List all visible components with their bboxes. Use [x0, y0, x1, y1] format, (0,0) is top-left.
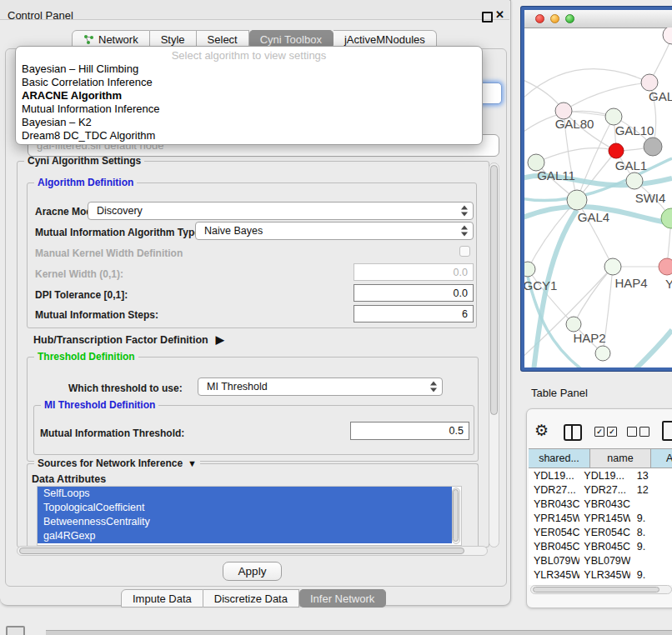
dropdown-options: Bayesian – Hill ClimbingBasic Correlatio…: [16, 62, 482, 142]
dpi-tolerance-field[interactable]: 0.0: [354, 284, 474, 302]
table-cell: YER054C: [579, 527, 629, 538]
zoom-traffic-light[interactable]: [565, 14, 574, 23]
checked-checkbox-icon[interactable]: ✓: [594, 427, 604, 437]
close-traffic-light[interactable]: [535, 14, 544, 23]
which-threshold-combo[interactable]: MI Threshold: [198, 378, 443, 396]
table-row[interactable]: YBL079WYBL079W: [529, 553, 672, 568]
mi-threshold-group-title: MI Threshold Definition: [41, 399, 158, 411]
network-node-label: HAP4: [614, 276, 647, 290]
algorithm-option[interactable]: ARACNE Algorithm: [16, 89, 482, 102]
hub-definition-toggle[interactable]: Hub/Transcription Factor Definition▶: [33, 333, 224, 346]
network-node-gal10[interactable]: [605, 108, 622, 125]
attribute-list-scrollbar-thumb[interactable]: [453, 489, 459, 542]
mi-algorithm-type-label: Mutual Information Algorithm Type:: [35, 227, 203, 238]
manual-kernel-width-checkbox[interactable]: [459, 246, 470, 257]
algorithm-option[interactable]: Mutual Information Inference: [16, 102, 482, 116]
network-edge[interactable]: [564, 82, 649, 111]
network-node[interactable]: [661, 208, 672, 228]
kernel-width-field[interactable]: 0.0: [354, 263, 474, 281]
network-node-gcy1[interactable]: [524, 262, 535, 277]
table-cell: YBR043C: [529, 498, 579, 510]
table-cell: YDR27...: [579, 484, 629, 496]
network-node-gal[interactable]: [641, 74, 658, 91]
data-attributes-list[interactable]: SelfLoopsTopologicalCoefficientBetweenne…: [37, 486, 462, 546]
minimize-traffic-light[interactable]: [550, 14, 559, 23]
mi-steps-field[interactable]: 6: [354, 305, 474, 322]
network-node-y[interactable]: [659, 258, 672, 275]
apply-button[interactable]: Apply: [223, 562, 282, 581]
network-node-gal1[interactable]: [609, 143, 624, 158]
network-node-label: GAL80: [555, 117, 594, 131]
kernel-width-label: Kernel Width (0,1):: [35, 268, 123, 280]
algorithm-option[interactable]: Basic Correlation Inference: [16, 76, 482, 89]
control-panel-title: Control Panel: [8, 9, 73, 22]
network-node-label: GAL10: [615, 123, 654, 138]
network-node[interactable]: [595, 346, 610, 361]
network-node-label: GAL1: [615, 158, 647, 172]
data-attribute-item-selected[interactable]: gal4RGexp: [38, 529, 452, 543]
collapse-down-icon: ▼: [188, 458, 197, 468]
page-icon[interactable]: [662, 421, 672, 441]
table-row[interactable]: YER054CYER054C8.: [529, 525, 672, 539]
table-row[interactable]: YBR043CYBR043C: [529, 497, 672, 511]
table-cell: 13: [630, 470, 672, 482]
settings-vscrollbar-thumb[interactable]: [490, 165, 498, 415]
network-edge-thick[interactable]: [634, 330, 672, 368]
table-cell: YDL19...: [579, 470, 629, 482]
settings-hscrollbar-thumb[interactable]: [19, 548, 464, 554]
table-row[interactable]: YBR045CYBR045C9.: [529, 539, 672, 553]
network-edge[interactable]: [524, 69, 649, 100]
aracne-mode-combo[interactable]: Discovery: [88, 202, 474, 220]
network-node-label: GCY1: [524, 278, 557, 292]
table-row[interactable]: YPR145WYPR145W9.: [529, 511, 672, 525]
tab-discretize-data[interactable]: Discretize Data: [203, 589, 299, 608]
network-edge[interactable]: [574, 267, 613, 324]
unchecked-checkbox-icon[interactable]: [639, 427, 649, 437]
split-columns-icon[interactable]: [564, 424, 582, 441]
table-row[interactable]: YLR345WYLR345W9.: [529, 568, 672, 582]
close-window-icon[interactable]: ✕: [495, 8, 504, 21]
column-header-name[interactable]: name: [590, 449, 651, 468]
network-node[interactable]: [663, 28, 672, 44]
mi-algorithm-type-combo[interactable]: Naive Bayes: [195, 222, 474, 240]
algorithm-option[interactable]: Bayesian – Hill Climbing: [16, 62, 482, 76]
table-row[interactable]: YDR27...YDR27...12: [529, 482, 672, 497]
which-threshold-label: Which threshold to use:: [68, 382, 183, 394]
mi-threshold-field[interactable]: 0.5: [350, 422, 469, 440]
table-cell: 9.: [630, 541, 672, 552]
algorithm-definition-title: Algorithm Definition: [34, 177, 137, 188]
data-attribute-item-selected[interactable]: TopologicalCoefficient: [38, 501, 452, 515]
network-node[interactable]: [644, 138, 662, 156]
algorithm-option[interactable]: Bayesian – K2: [16, 116, 482, 129]
table-hscrollbar-thumb[interactable]: [533, 587, 659, 592]
table-cell: 12: [630, 484, 672, 496]
table-cell: YLR345W: [529, 569, 579, 581]
tab-infer-network[interactable]: Infer Network: [299, 589, 386, 608]
float-window-icon[interactable]: [482, 12, 493, 22]
checked-checkbox-icon[interactable]: ✓: [607, 427, 617, 437]
data-attribute-item-selected[interactable]: BetweennessCentrality: [38, 515, 452, 529]
collapsed-panel-button[interactable]: [6, 626, 25, 635]
network-node-hap4[interactable]: [604, 258, 621, 275]
table-rows[interactable]: YDL19...YDL19...13YDR27...YDR27...12YBR0…: [529, 468, 672, 585]
network-node-label: GAL: [649, 89, 672, 103]
column-header-shared[interactable]: shared...: [529, 449, 590, 468]
mi-threshold-label: Mutual Information Threshold:: [40, 428, 184, 439]
network-node-hap2[interactable]: [566, 317, 581, 332]
network-window-titlebar[interactable]: [524, 10, 672, 28]
gear-icon[interactable]: ⚙: [534, 422, 549, 438]
network-node-gal4[interactable]: [567, 190, 587, 210]
table-row[interactable]: YDL19...YDL19...13: [529, 468, 672, 482]
column-header-partial[interactable]: A: [651, 449, 672, 468]
sources-group-title[interactable]: Sources for Network Inference▼: [34, 458, 200, 469]
table-cell: 9.: [630, 569, 672, 581]
network-canvas[interactable]: GALGAL80GAL10GAL1GAL11SWI4GAL4GCY1HAP4YH…: [524, 28, 672, 368]
network-edge[interactable]: [536, 148, 616, 162]
data-attribute-item-selected[interactable]: SelfLoops: [38, 487, 452, 501]
algorithm-option[interactable]: Dream8 DC_TDC Algorithm: [16, 129, 482, 142]
network-node-label: SWI4: [635, 191, 666, 205]
network-node-swi4[interactable]: [626, 172, 643, 189]
unchecked-checkbox-icon[interactable]: [627, 427, 637, 437]
table-cell: YER054C: [529, 527, 579, 538]
tab-impute-data[interactable]: Impute Data: [121, 589, 203, 608]
